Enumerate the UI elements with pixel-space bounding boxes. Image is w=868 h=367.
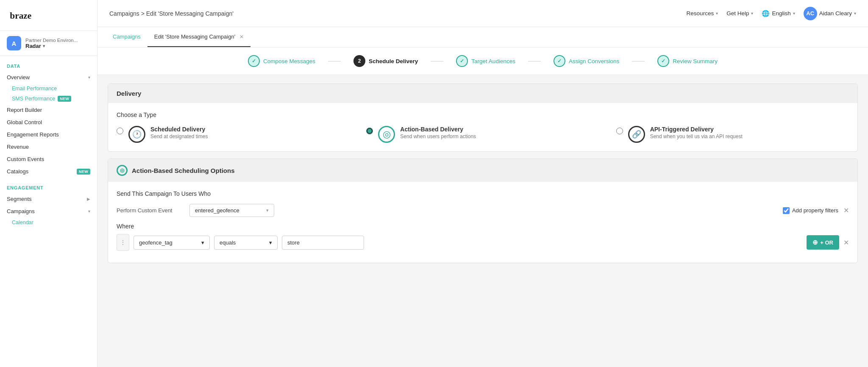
scheduled-text: Scheduled Delivery Send at designated ti…	[150, 126, 208, 139]
topbar-right: Resources ▾ Get Help ▾ 🌐 English ▾ AC Ai…	[687, 7, 856, 20]
account-icon: A	[7, 36, 21, 50]
wizard-step-target[interactable]: Target Audiences	[456, 55, 515, 67]
sidebar-account[interactable]: A Partner Demo Environ... Radar ▾	[0, 31, 97, 56]
api-triggered-text: API-Triggered Delivery Send when you tel…	[650, 126, 743, 139]
scheduling-header-icon: ◎	[117, 165, 128, 176]
sidebar-item-email-performance[interactable]: Email Performance	[0, 83, 97, 94]
target-step-circle	[456, 55, 468, 67]
tab-edit-campaign[interactable]: Edit 'Store Messaging Campaign' ✕	[147, 27, 250, 47]
wizard-divider-4	[632, 61, 645, 61]
scheduling-header: ◎ Action-Based Scheduling Options	[108, 159, 857, 182]
scheduled-icon: 🕐	[128, 126, 145, 143]
event-dropdown[interactable]: entered_geofence ▾	[189, 204, 274, 217]
report-builder-label: Report Builder	[7, 107, 90, 113]
topbar: Campaigns > Edit 'Store Messaging Campai…	[97, 0, 868, 27]
wizard-divider-2	[431, 61, 443, 61]
add-property-filters-label: Add property filters	[792, 207, 838, 214]
custom-events-label: Custom Events	[7, 156, 90, 162]
segments-chevron-icon: ▶	[87, 197, 90, 201]
where-row-close-button[interactable]: ✕	[843, 239, 849, 247]
breadcrumb: Campaigns > Edit 'Store Messaging Campai…	[109, 10, 234, 17]
sidebar-item-overview[interactable]: Overview ▾	[0, 71, 97, 83]
api-triggered-radio[interactable]	[616, 128, 623, 134]
api-triggered-name: API-Triggered Delivery	[650, 126, 743, 133]
resources-menu[interactable]: Resources ▾	[687, 10, 718, 17]
scheduled-radio[interactable]	[117, 128, 123, 134]
sidebar-item-custom-events[interactable]: Custom Events	[0, 153, 97, 165]
engagement-reports-label: Engagement Reports	[7, 131, 90, 138]
add-property-filters-close-button[interactable]: ✕	[843, 206, 849, 214]
sidebar-item-sms-performance[interactable]: SMS Performance NEW	[0, 94, 97, 104]
conversions-step-label: Assign Conversions	[569, 58, 619, 64]
event-dropdown-chevron: ▾	[266, 208, 269, 213]
wizard-step-conversions[interactable]: Assign Conversions	[554, 55, 619, 67]
where-field-value: geofence_tag	[139, 239, 172, 246]
get-help-label: Get Help	[726, 10, 749, 17]
where-operator-dropdown[interactable]: equals ▾	[214, 236, 278, 250]
add-property-filters-container: Add property filters ✕	[783, 206, 849, 214]
tab-campaigns[interactable]: Campaigns	[106, 27, 147, 47]
schedule-step-circle: 2	[353, 55, 365, 67]
get-help-chevron-icon: ▾	[751, 11, 753, 16]
delivery-type-action-based[interactable]: ◎ Action-Based Delivery Send when users …	[366, 126, 599, 143]
sidebar-item-overview-label: Overview	[7, 74, 86, 81]
svg-text:braze: braze	[10, 11, 31, 21]
schedule-step-label: Schedule Delivery	[369, 58, 418, 64]
sidebar-item-campaigns[interactable]: Campaigns ▾	[0, 205, 97, 217]
data-section-label: DATA	[0, 56, 97, 71]
conversions-step-circle	[554, 55, 565, 67]
language-chevron-icon: ▾	[793, 11, 795, 16]
add-property-filters-checkbox[interactable]	[783, 207, 790, 214]
sidebar-item-engagement-reports[interactable]: Engagement Reports	[0, 128, 97, 141]
sms-performance-label: SMS Performance	[12, 96, 55, 102]
where-operator-value: equals	[220, 239, 236, 246]
where-value-input[interactable]	[282, 236, 364, 250]
delivery-type-scheduled[interactable]: 🕐 Scheduled Delivery Send at designated …	[117, 126, 349, 143]
sidebar-item-global-control[interactable]: Global Control	[0, 116, 97, 128]
compose-step-circle	[248, 55, 260, 67]
sidebar: braze A Partner Demo Environ... Radar ▾ …	[0, 0, 97, 367]
or-button[interactable]: ⊕ + OR	[807, 235, 839, 250]
overview-chevron-icon: ▾	[88, 75, 90, 80]
action-based-desc: Send when users perform actions	[400, 133, 476, 139]
wizard-step-review[interactable]: Review Summary	[657, 55, 718, 67]
user-menu[interactable]: AC Aidan Cleary ▾	[804, 7, 856, 20]
tab-campaigns-label: Campaigns	[113, 33, 141, 40]
catalogs-new-badge: NEW	[77, 169, 90, 175]
drag-handle-icon[interactable]: ⋮	[117, 234, 129, 251]
action-based-radio[interactable]	[366, 128, 373, 134]
campaigns-label: Campaigns	[7, 208, 86, 214]
sidebar-item-report-builder[interactable]: Report Builder	[0, 104, 97, 116]
wizard-divider-3	[528, 61, 541, 61]
where-field-dropdown[interactable]: geofence_tag ▾	[134, 236, 210, 250]
email-performance-label: Email Performance	[12, 86, 57, 92]
tab-close-icon[interactable]: ✕	[239, 34, 244, 40]
delivery-type-api-triggered[interactable]: 🔗 API-Triggered Delivery Send when you t…	[616, 126, 849, 143]
main-area: Campaigns > Edit 'Store Messaging Campai…	[97, 0, 868, 367]
tab-edit-campaign-label: Edit 'Store Messaging Campaign'	[154, 33, 235, 40]
scheduled-name: Scheduled Delivery	[150, 126, 208, 133]
language-label: English	[772, 10, 790, 17]
scheduling-body: Send This Campaign To Users Who Perform …	[108, 182, 857, 263]
wizard-steps: Compose Messages 2 Schedule Delivery Tar…	[97, 47, 868, 75]
scheduled-desc: Send at designated times	[150, 133, 208, 139]
compose-step-label: Compose Messages	[263, 58, 315, 64]
sidebar-item-segments[interactable]: Segments ▶	[0, 193, 97, 205]
perform-event-label: Perform Custom Event	[117, 207, 184, 214]
event-value: entered_geofence	[195, 207, 239, 214]
tabs-bar: Campaigns Edit 'Store Messaging Campaign…	[97, 27, 868, 47]
wizard-step-compose[interactable]: Compose Messages	[248, 55, 315, 67]
review-step-circle	[657, 55, 669, 67]
global-control-label: Global Control	[7, 119, 90, 125]
sidebar-item-catalogs[interactable]: Catalogs NEW	[0, 165, 97, 178]
wizard-step-schedule[interactable]: 2 Schedule Delivery	[353, 55, 418, 67]
sidebar-item-revenue[interactable]: Revenue	[0, 141, 97, 153]
action-based-text: Action-Based Delivery Send when users pe…	[400, 126, 476, 139]
account-chevron-icon: ▾	[43, 44, 45, 48]
review-step-label: Review Summary	[673, 58, 718, 64]
scheduling-title: Action-Based Scheduling Options	[132, 167, 235, 174]
sidebar-item-calendar[interactable]: Calendar	[0, 217, 97, 228]
language-menu[interactable]: 🌐 English ▾	[762, 10, 795, 17]
or-button-label: + OR	[820, 239, 833, 246]
get-help-menu[interactable]: Get Help ▾	[726, 10, 753, 17]
